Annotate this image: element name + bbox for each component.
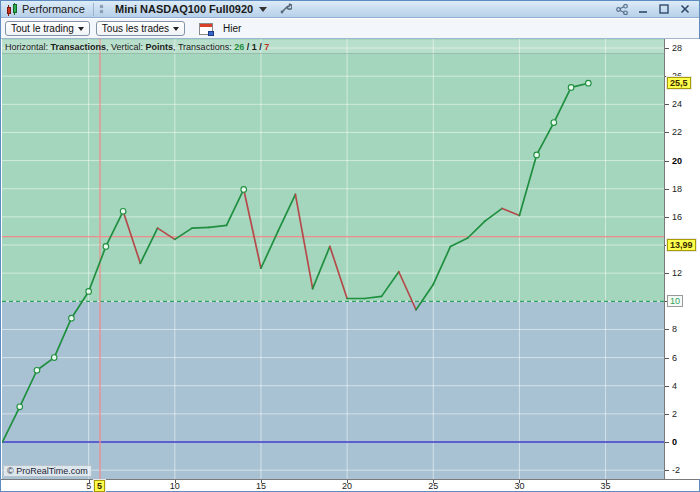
dropdown-arrow-icon[interactable] [259, 7, 267, 12]
trades-filter-label: Tous les trades [102, 23, 169, 34]
y-tick [665, 273, 669, 274]
trade-point-marker [17, 404, 23, 410]
tab-instrument[interactable]: Mini NASDAQ100 Full0920 [109, 3, 257, 15]
y-tick [665, 329, 669, 330]
y-tick [665, 470, 669, 471]
trade-point-marker [120, 208, 126, 214]
trade-point-marker [534, 152, 540, 158]
tab-performance[interactable]: Performance [22, 3, 93, 15]
trade-point-marker [86, 289, 92, 295]
performance-window: Performance Mini NASDAQ100 Full0920 [0, 0, 700, 492]
y-tick-label: 12 [672, 268, 682, 278]
trade-point-marker [551, 120, 557, 126]
y-tick [665, 358, 669, 359]
y-tick-label: 28 [672, 43, 682, 53]
y-tick [665, 386, 669, 387]
candlestick-icon [6, 3, 18, 15]
y-tick [665, 161, 669, 162]
chart-toolbar: Tout le trading Tous les trades Hier [1, 19, 699, 39]
share-icon[interactable] [616, 4, 628, 15]
tab-grip-handle[interactable] [93, 3, 109, 16]
y-tick-label: 8 [672, 324, 677, 334]
y-tick-label: 2 [672, 409, 677, 419]
profit-zone [2, 39, 664, 301]
chevron-down-icon [173, 27, 179, 31]
y-tick-label: 20 [672, 156, 682, 166]
x-axis[interactable]: 51015202530355 [1, 479, 699, 491]
y-tick-label: 4 [672, 381, 677, 391]
trade-point-marker [568, 85, 574, 91]
y-tick [665, 189, 669, 190]
crosshair-value-badge: 13,99 [667, 239, 696, 251]
equity-curve-plot[interactable]: Horizontal: Transactions, Vertical: Poin… [2, 39, 664, 479]
wrench-icon[interactable] [279, 2, 292, 17]
y-tick [665, 48, 669, 49]
y-tick-label: 16 [672, 212, 682, 222]
close-icon[interactable] [679, 4, 691, 15]
y-tick-label: 0 [672, 437, 677, 447]
maximize-icon[interactable] [658, 4, 670, 15]
y-tick [665, 104, 669, 105]
x-tick-label: 35 [601, 481, 611, 491]
title-bar: Performance Mini NASDAQ100 Full0920 [1, 1, 699, 18]
gain-segment [192, 227, 209, 228]
y-tick [665, 132, 669, 133]
crosshair-x-badge: 5 [94, 480, 105, 492]
trades-filter-dropdown[interactable]: Tous les trades [96, 21, 185, 36]
x-tick-label: 15 [256, 481, 266, 491]
period-label: Hier [223, 23, 241, 34]
x-tick-label: 5 [86, 481, 91, 491]
loss-zone [2, 301, 664, 479]
chevron-down-icon [78, 27, 84, 31]
x-tick-label: 25 [428, 481, 438, 491]
y-tick-label: 22 [672, 127, 682, 137]
y-tick-label: 18 [672, 184, 682, 194]
trade-point-marker [103, 244, 109, 250]
y-tick [665, 414, 669, 415]
y-tick [665, 442, 669, 443]
y-axis[interactable]: -2024681012141618202224262825,513,9910 [664, 39, 700, 479]
threshold-badge: 10 [667, 295, 683, 307]
trade-point-marker [51, 355, 57, 361]
y-tick-label: 24 [672, 99, 682, 109]
trade-point-marker [586, 80, 592, 86]
y-tick-label: -2 [672, 465, 680, 475]
y-tick-label: 6 [672, 353, 677, 363]
x-tick-label: 10 [170, 481, 180, 491]
y-tick [665, 217, 669, 218]
last-value-badge: 25,5 [667, 77, 691, 89]
trading-scope-dropdown[interactable]: Tout le trading [5, 21, 90, 36]
x-tick-label: 20 [342, 481, 352, 491]
trade-point-marker [69, 315, 75, 321]
x-tick-label: 30 [514, 481, 524, 491]
minimize-icon[interactable] [637, 4, 649, 15]
calendar-icon[interactable] [199, 23, 213, 35]
copyright-label: © ProRealTime.com [3, 465, 92, 477]
trade-point-marker [34, 367, 40, 373]
trade-point-marker [241, 187, 247, 193]
trading-scope-label: Tout le trading [11, 23, 74, 34]
